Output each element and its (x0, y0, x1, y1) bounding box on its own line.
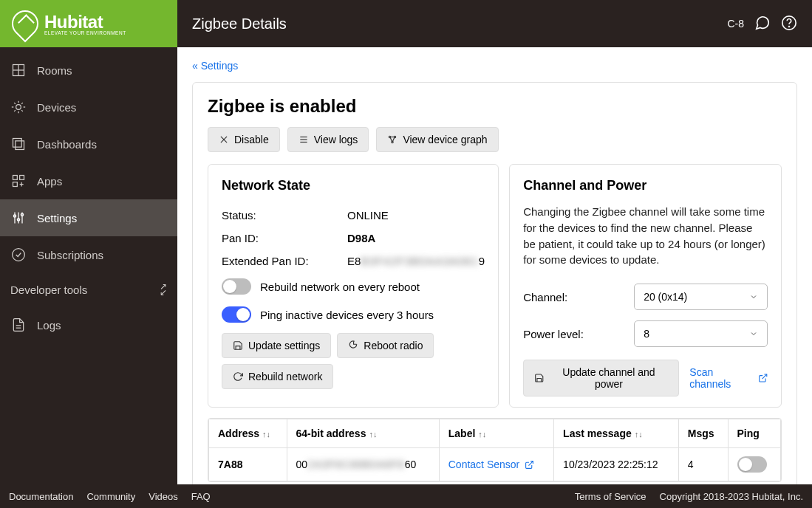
button-label: Update channel and power (550, 366, 669, 390)
button-label: Disable (234, 134, 269, 145)
sort-icon: ↑↓ (478, 430, 486, 439)
svg-line-13 (14, 110, 16, 111)
panel-title: Channel and Power (523, 178, 768, 193)
sidebar-item-logs[interactable]: Logs (0, 306, 177, 343)
svg-rect-17 (20, 176, 24, 180)
svg-rect-16 (13, 176, 18, 180)
sort-icon: ↑↓ (369, 430, 377, 439)
footer-tos[interactable]: Terms of Service (575, 491, 646, 502)
hub-model: C-8 (727, 18, 744, 30)
hubitat-logo-icon (7, 5, 44, 43)
toggle-label: Ping inactive devices every 3 hours (260, 309, 434, 321)
sidebar-item-subscriptions[interactable]: Subscriptions (0, 236, 177, 273)
update-settings-button[interactable]: Update settings (222, 333, 331, 358)
document-icon (10, 317, 27, 333)
cell-address: 7A88 (209, 448, 287, 481)
footer-link-community[interactable]: Community (86, 491, 135, 502)
power-select[interactable]: 8 (634, 320, 768, 347)
brand-name: Hubitat (44, 12, 103, 32)
col-ping: Ping (728, 419, 780, 448)
sort-icon: ↑↓ (262, 430, 270, 439)
disable-button[interactable]: Disable (208, 127, 280, 152)
footer: Documentation Community Videos FAQ Terms… (0, 484, 812, 508)
sidebar-item-label: Dashboards (37, 138, 97, 151)
update-channel-power-button[interactable]: Update channel and power (523, 360, 679, 397)
col-64bit[interactable]: 64-bit address↑↓ (287, 419, 439, 448)
main-content: « Settings Zigbee is enabled Disable Vie… (177, 47, 812, 484)
ping-inactive-toggle[interactable] (222, 306, 251, 323)
ping-toggle[interactable] (737, 456, 767, 473)
link-label: Scan channels (689, 366, 754, 390)
help-icon[interactable] (781, 15, 797, 33)
reboot-radio-button[interactable]: Reboot radio (337, 333, 434, 358)
device-link[interactable]: Contact Sensor (448, 459, 534, 470)
cell-64bit: 002A3F6C88B0A6F860 (287, 448, 439, 481)
toggle-label: Rebuild network on every reboot (260, 281, 420, 293)
button-label: View device graph (403, 134, 487, 145)
sliders-icon (10, 210, 27, 226)
view-logs-button[interactable]: View logs (287, 127, 369, 152)
rebuild-on-reboot-toggle[interactable] (222, 278, 251, 295)
cell-ping (728, 448, 780, 481)
network-state-panel: Network State Status: ONLINE Pan ID: D98… (208, 164, 499, 408)
svg-line-38 (390, 137, 392, 141)
svg-line-12 (21, 103, 23, 104)
dashboards-icon (10, 136, 27, 152)
rebuild-network-button[interactable]: Rebuild network (222, 364, 333, 389)
page-title: Zigbee Details (177, 16, 287, 32)
sidebar: Rooms Devices Dashboards Apps Settings S… (0, 47, 177, 484)
status-value: ONLINE (347, 209, 389, 222)
breadcrumb-back[interactable]: « Settings (192, 60, 238, 72)
table-row: 7A88 002A3F6C88B0A6F860 Contact Sensor 1… (209, 448, 781, 481)
status-label: Status: (222, 209, 347, 222)
col-address[interactable]: Address↑↓ (209, 419, 287, 448)
svg-line-10 (14, 103, 16, 104)
pan-id-label: Pan ID: (222, 232, 347, 244)
svg-line-42 (529, 461, 533, 466)
footer-link-videos[interactable]: Videos (149, 491, 178, 502)
devices-table: Address↑↓ 64-bit address↑↓ Label↑↓ Last … (208, 418, 782, 482)
channel-select[interactable]: 20 (0x14) (634, 284, 768, 310)
scan-channels-link[interactable]: Scan channels (689, 366, 768, 390)
sidebar-item-rooms[interactable]: Rooms (0, 52, 177, 89)
footer-link-faq[interactable]: FAQ (191, 491, 211, 502)
brand-sub: ELEVATE YOUR ENVIRONMENT (44, 30, 126, 35)
button-label: Reboot radio (364, 340, 423, 351)
panel-title: Network State (222, 178, 485, 193)
footer-copyright: Copyright 2018-2023 Hubitat, Inc. (660, 491, 803, 502)
apps-icon (10, 173, 27, 189)
svg-point-27 (13, 249, 25, 261)
extpan-value: E8B3F42F3B0AA3A0819 (347, 255, 485, 267)
chevron-down-icon (749, 329, 758, 338)
header: Hubitat ELEVATE YOUR ENVIRONMENT Zigbee … (0, 0, 812, 47)
chat-icon[interactable] (754, 15, 771, 33)
svg-rect-15 (16, 141, 24, 150)
sidebar-item-label: Devices (37, 101, 76, 114)
svg-point-1 (789, 26, 790, 27)
svg-line-39 (393, 137, 395, 141)
svg-point-5 (16, 105, 21, 110)
view-device-graph-button[interactable]: View device graph (376, 127, 498, 152)
sidebar-item-label: Subscriptions (37, 249, 103, 261)
rooms-icon (10, 62, 27, 78)
footer-link-documentation[interactable]: Documentation (9, 491, 73, 502)
sidebar-item-apps[interactable]: Apps (0, 162, 177, 199)
svg-rect-18 (13, 182, 18, 187)
chevron-down-icon (749, 292, 758, 301)
developer-tools-toggle[interactable]: Developer tools ↗↙ (0, 273, 177, 306)
button-label: Update settings (248, 340, 320, 351)
sidebar-item-label: Apps (37, 175, 62, 188)
bulb-icon (10, 99, 27, 115)
select-value: 20 (0x14) (644, 291, 687, 303)
sidebar-item-settings[interactable]: Settings (0, 199, 177, 236)
cell-last-message: 10/23/2023 22:25:12 (554, 448, 679, 481)
channel-label: Channel: (523, 291, 634, 303)
sidebar-item-devices[interactable]: Devices (0, 89, 177, 126)
logo[interactable]: Hubitat ELEVATE YOUR ENVIRONMENT (0, 0, 177, 47)
check-circle-icon (10, 247, 27, 263)
devtools-label: Developer tools (10, 284, 87, 296)
col-last-message[interactable]: Last message↑↓ (554, 419, 679, 448)
channel-power-panel: Channel and Power Changing the Zigbee ch… (509, 164, 782, 408)
sidebar-item-dashboards[interactable]: Dashboards (0, 126, 177, 162)
col-label[interactable]: Label↑↓ (439, 419, 553, 448)
